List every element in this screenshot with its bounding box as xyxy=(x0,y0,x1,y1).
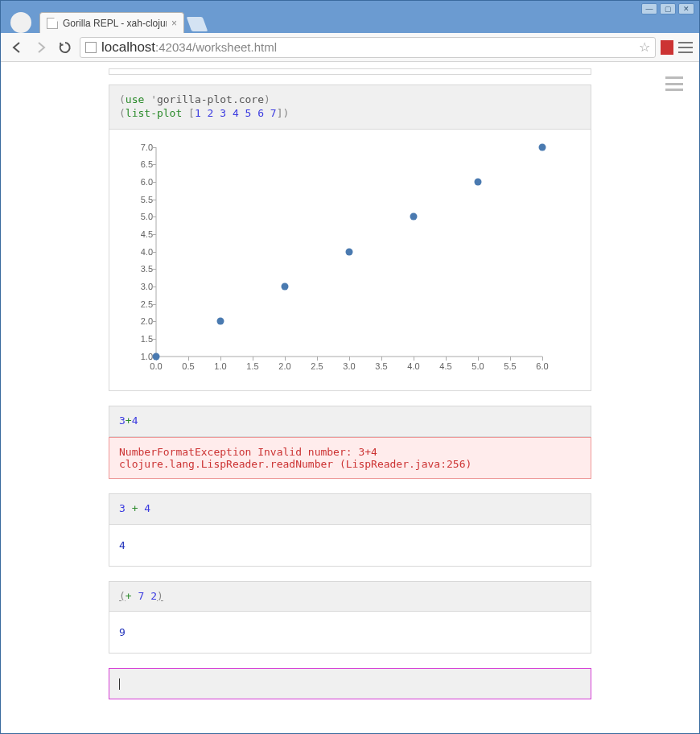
y-tick-label: 6.0 xyxy=(121,177,153,187)
y-tick-label: 2.0 xyxy=(121,316,153,326)
data-point xyxy=(153,353,160,360)
browser-tab[interactable]: Gorilla REPL - xah-clojur × xyxy=(39,12,184,33)
page-icon xyxy=(47,18,58,29)
tab-strip: Gorilla REPL - xah-clojur × xyxy=(1,9,699,33)
code-input[interactable]: 3 + 4 xyxy=(109,493,591,525)
back-button[interactable] xyxy=(7,38,27,57)
code-output-plot: 1.01.52.02.53.03.54.04.55.05.56.06.57.00… xyxy=(109,130,591,391)
y-tick-label: 1.5 xyxy=(121,334,153,344)
data-point xyxy=(217,318,224,325)
code-cell: (+ 7 2) 9 xyxy=(109,581,591,654)
cell-output-stub xyxy=(109,68,591,75)
x-tick-label: 2.0 xyxy=(278,361,290,371)
browser-window: — ▢ ✕ Gorilla REPL - xah-clojur × localh… xyxy=(0,0,700,734)
worksheet: (use 'gorilla-plot.core) (list-plot [1 2… xyxy=(109,68,591,699)
code-output-error: NumberFormatException Invalid number: 3+… xyxy=(109,437,591,479)
x-tick-label: 1.0 xyxy=(214,361,226,371)
x-tick-label: 0.0 xyxy=(150,361,162,371)
code-input-active[interactable] xyxy=(109,668,591,699)
y-tick-label: 3.5 xyxy=(121,264,153,274)
page-content[interactable]: (use 'gorilla-plot.core) (list-plot [1 2… xyxy=(1,62,699,733)
forward-button[interactable] xyxy=(31,38,51,57)
x-tick-label: 3.0 xyxy=(343,361,355,371)
code-input[interactable]: (use 'gorilla-plot.core) (list-plot [1 2… xyxy=(109,85,591,130)
address-bar[interactable]: localhost:42034/worksheet.html ☆ xyxy=(80,37,656,58)
y-tick-label: 7.0 xyxy=(121,142,153,152)
minimize-button[interactable]: — xyxy=(641,3,657,14)
data-point xyxy=(475,179,482,186)
x-tick-label: 0.5 xyxy=(182,361,194,371)
code-cell: 3 + 4 4 xyxy=(109,493,591,567)
new-tab-button[interactable] xyxy=(187,17,208,31)
code-input[interactable]: (+ 7 2) xyxy=(109,581,591,612)
reload-button[interactable] xyxy=(56,38,75,57)
code-cell xyxy=(109,668,591,699)
url-host: localhost xyxy=(101,39,155,56)
close-tab-icon[interactable]: × xyxy=(171,18,177,29)
y-tick-label: 5.5 xyxy=(121,195,153,204)
code-output-value: 9 xyxy=(109,612,591,654)
arrow-right-icon xyxy=(34,40,48,55)
code-cell: 3+4 NumberFormatException Invalid number… xyxy=(109,406,591,479)
y-tick-label: 2.5 xyxy=(121,299,153,309)
page-icon xyxy=(85,42,97,53)
x-tick-label: 4.5 xyxy=(439,361,451,371)
worksheet-menu-button[interactable] xyxy=(665,76,683,91)
y-tick-label: 1.0 xyxy=(121,352,153,361)
browser-toolbar: localhost:42034/worksheet.html ☆ xyxy=(1,33,699,62)
x-tick-label: 3.5 xyxy=(375,361,387,371)
x-tick-label: 2.5 xyxy=(311,361,323,371)
y-tick-label: 3.0 xyxy=(121,282,153,291)
x-tick-label: 6.0 xyxy=(536,361,548,371)
data-point xyxy=(282,283,289,291)
profile-avatar[interactable] xyxy=(10,12,31,33)
data-point xyxy=(346,248,353,255)
y-tick-label: 4.5 xyxy=(121,229,153,239)
x-tick-label: 1.5 xyxy=(246,361,258,371)
close-window-button[interactable]: ✕ xyxy=(678,3,694,14)
bookmark-star-icon[interactable]: ☆ xyxy=(639,39,650,55)
y-tick-label: 5.0 xyxy=(121,212,153,221)
url-path: :42034/worksheet.html xyxy=(155,40,277,54)
x-tick-label: 4.0 xyxy=(407,361,419,371)
arrow-left-icon xyxy=(10,40,24,55)
browser-menu-button[interactable] xyxy=(678,42,693,53)
code-cell: (use 'gorilla-plot.core) (list-plot [1 2… xyxy=(109,85,591,391)
tab-title: Gorilla REPL - xah-clojur xyxy=(63,18,167,29)
y-tick-label: 4.0 xyxy=(121,247,153,257)
x-tick-label: 5.5 xyxy=(504,361,516,371)
data-point xyxy=(410,213,418,221)
maximize-button[interactable]: ▢ xyxy=(660,3,676,14)
data-point xyxy=(539,143,546,151)
extension-icon[interactable] xyxy=(661,40,673,55)
reload-icon xyxy=(59,41,72,54)
y-tick-label: 6.5 xyxy=(121,159,153,169)
x-tick-label: 5.0 xyxy=(471,361,484,371)
code-input[interactable]: 3+4 xyxy=(109,406,591,437)
code-output-value: 4 xyxy=(109,525,591,567)
window-controls: — ▢ ✕ xyxy=(641,3,694,14)
scatter-plot: 1.01.52.02.53.03.54.04.55.05.56.06.57.00… xyxy=(113,139,563,381)
